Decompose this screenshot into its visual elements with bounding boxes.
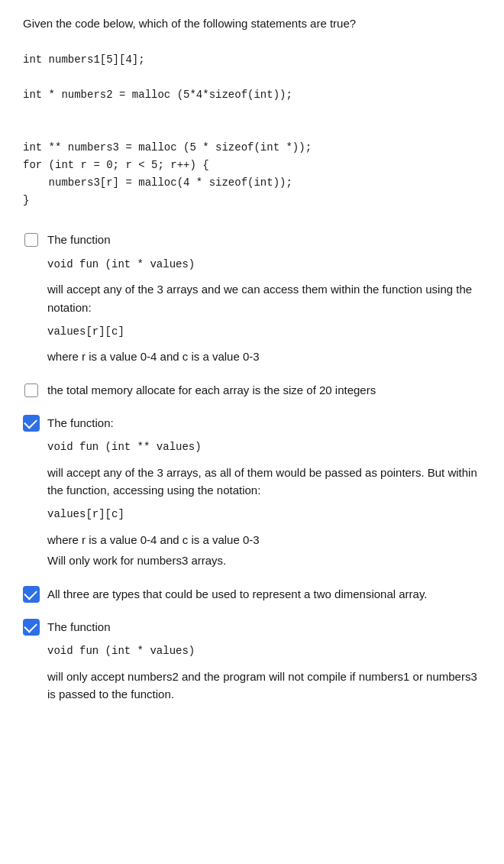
option-1-content: The function void fun (int * values) wil… [47, 231, 481, 368]
option-1-label-before: The function [47, 231, 481, 248]
option-3-code1: void fun (int ** values) [47, 439, 481, 456]
option-3-label-after1: where r is a value 0-4 and c is a value … [47, 531, 481, 548]
option-1-checkbox-empty[interactable] [24, 233, 38, 247]
option-3-content: The function: void fun (int ** values) w… [47, 414, 481, 573]
option-3-row: The function: void fun (int ** values) w… [23, 414, 481, 573]
option-5-label-mid: will only accept numbers2 and the progra… [47, 668, 481, 704]
option-3-code2: values[r][c] [47, 506, 481, 523]
option-4-label: All three are types that could be used t… [47, 585, 481, 603]
option-3-checkbox-checked[interactable] [23, 415, 40, 432]
option-4-content: All three are types that could be used t… [47, 585, 481, 606]
option-1-label-mid: will accept any of the 3 arrays and we c… [47, 280, 481, 316]
option-2-row: the total memory allocate for each array… [23, 381, 481, 402]
option-5-code1: void fun (int * values) [47, 643, 481, 660]
option-4-row: All three are types that could be used t… [23, 585, 481, 606]
option-5-label-before: The function [47, 618, 481, 636]
option-3-label-mid: will accept any of the 3 arrays, as all … [47, 464, 481, 500]
option-5-content: The function void fun (int * values) wil… [47, 618, 481, 706]
option-1-code2: values[r][c] [47, 324, 481, 341]
question-text: Given the code below, which of the follo… [23, 15, 481, 33]
option-3-checkbox[interactable] [23, 415, 40, 432]
main-code-block: int numbers1[5][4]; int * numbers2 = mal… [23, 51, 481, 210]
option-4-checkbox-checked[interactable] [23, 586, 40, 603]
option-5-checkbox[interactable] [23, 619, 40, 636]
code-content: int numbers1[5][4]; int * numbers2 = mal… [23, 51, 481, 210]
option-3-label-after2: Will only work for numbers3 arrays. [47, 552, 481, 569]
option-5-checkbox-checked[interactable] [23, 619, 40, 636]
option-1-label-after: where r is a value 0-4 and c is a value … [47, 348, 481, 365]
option-4-checkbox[interactable] [23, 586, 40, 603]
option-2-content: the total memory allocate for each array… [47, 381, 481, 402]
option-2-label: the total memory allocate for each array… [47, 381, 481, 399]
option-3-label-before: The function: [47, 414, 481, 432]
option-5-row: The function void fun (int * values) wil… [23, 618, 481, 706]
option-2-checkbox[interactable] [23, 382, 40, 399]
option-1-row: The function void fun (int * values) wil… [23, 231, 481, 368]
option-2-checkbox-empty[interactable] [24, 383, 38, 397]
option-1-code1: void fun (int * values) [47, 257, 481, 273]
option-1-checkbox[interactable] [23, 231, 40, 248]
